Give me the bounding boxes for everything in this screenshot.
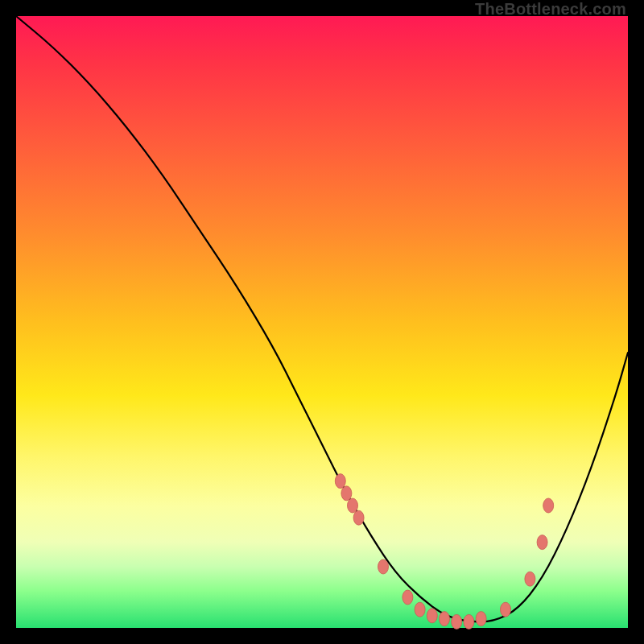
marker-dot — [476, 612, 486, 626]
highlighted-points — [335, 474, 553, 630]
marker-dot — [501, 602, 511, 617]
marker-dot — [543, 498, 554, 513]
marker-dot — [440, 612, 450, 626]
marker-dot — [378, 559, 389, 574]
marker-dot — [452, 614, 462, 629]
marker-dot — [353, 510, 364, 525]
marker-dot — [537, 535, 547, 550]
chart-frame — [16, 16, 628, 628]
marker-dot — [402, 590, 413, 605]
marker-dot — [348, 498, 358, 513]
marker-dot — [341, 486, 352, 501]
bottleneck-curve — [16, 16, 628, 621]
marker-dot — [415, 602, 425, 617]
marker-dot — [464, 614, 474, 629]
marker-dot — [427, 609, 437, 623]
chart-plot — [16, 16, 628, 628]
marker-dot — [335, 474, 345, 489]
marker-dot — [525, 572, 535, 586]
